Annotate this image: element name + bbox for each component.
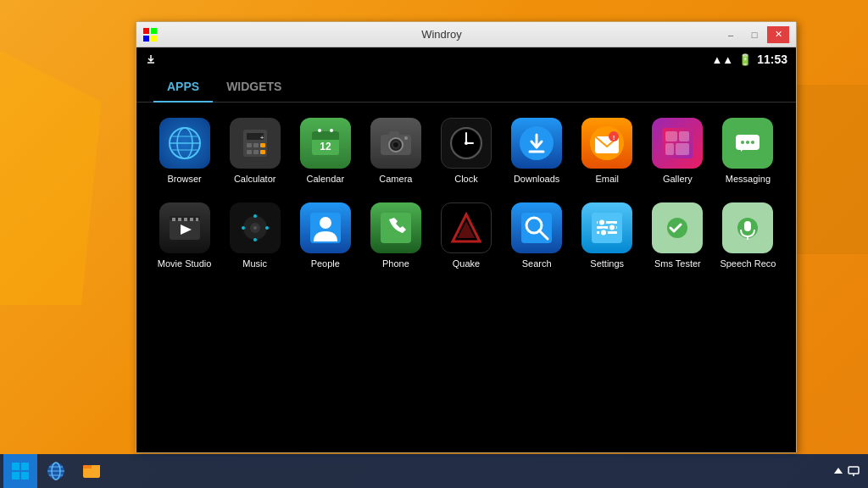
search-icon — [511, 202, 562, 253]
app-speech-reco[interactable]: Speech Reco — [713, 196, 783, 276]
svg-point-67 — [253, 238, 257, 241]
app-email[interactable]: ! Email — [572, 111, 643, 191]
calendar-icon: 12 — [300, 118, 351, 169]
app-quake[interactable]: Quake — [431, 196, 501, 276]
app-messaging[interactable]: Messaging — [713, 111, 783, 191]
start-button[interactable] — [3, 454, 37, 488]
svg-rect-0 — [143, 28, 149, 34]
minimize-button[interactable]: – — [720, 26, 742, 43]
svg-rect-92 — [21, 463, 29, 470]
app-calendar[interactable]: 12 Calendar — [290, 111, 360, 191]
apps-row-1: Browser + Calculator 12 Calendar — [149, 111, 783, 191]
messaging-icon — [722, 118, 773, 169]
svg-point-64 — [253, 226, 257, 230]
svg-rect-13 — [247, 143, 252, 147]
people-label: People — [311, 258, 340, 269]
status-right: ▲▲ 🔋 11:53 — [711, 53, 787, 66]
taskbar-tray — [827, 465, 865, 477]
svg-rect-56 — [178, 218, 181, 221]
app-browser[interactable]: Browser — [149, 111, 220, 191]
tray-display-icon — [848, 465, 860, 477]
quake-label: Quake — [453, 258, 480, 269]
phone-icon — [370, 202, 421, 253]
search-label: Search — [522, 258, 552, 269]
app-gallery[interactable]: Gallery — [643, 111, 713, 191]
tab-widgets[interactable]: WIDGETS — [213, 71, 295, 102]
svg-point-28 — [393, 142, 398, 147]
app-settings[interactable]: Settings — [572, 196, 643, 276]
app-phone[interactable]: Phone — [360, 196, 431, 276]
status-time: 11:53 — [757, 53, 787, 66]
signal-icon: ▲▲ — [711, 53, 733, 66]
windows-taskbar — [0, 454, 868, 488]
svg-rect-2 — [143, 36, 149, 42]
window-title: Windroy — [164, 28, 720, 41]
svg-rect-57 — [184, 218, 187, 221]
taskbar-ie[interactable] — [39, 454, 73, 488]
app-camera[interactable]: Camera — [360, 111, 431, 191]
settings-label: Settings — [590, 258, 624, 269]
windroy-icon — [143, 28, 157, 42]
taskbar-file-explorer[interactable] — [75, 454, 108, 488]
email-label: Email — [595, 174, 619, 185]
settings-icon — [581, 202, 632, 253]
gallery-icon — [652, 118, 703, 169]
svg-rect-3 — [151, 36, 157, 42]
tab-bar: APPS WIDGETS — [136, 71, 796, 103]
sms-tester-label: Sms Tester — [654, 258, 701, 269]
close-button[interactable]: ✕ — [767, 26, 789, 43]
calculator-icon: + — [230, 118, 281, 169]
app-clock[interactable]: Clock — [431, 111, 501, 191]
app-movie-studio[interactable]: Movie Studio — [149, 196, 220, 276]
download-notification-icon — [145, 53, 157, 65]
svg-point-23 — [330, 129, 333, 132]
svg-rect-15 — [260, 143, 265, 147]
apps-grid: Browser + Calculator 12 Calendar — [136, 103, 796, 452]
quake-icon — [441, 202, 492, 253]
svg-rect-91 — [12, 463, 19, 470]
sms-tester-icon — [652, 202, 703, 253]
svg-rect-58 — [190, 218, 193, 221]
svg-rect-94 — [21, 472, 29, 480]
svg-point-52 — [751, 141, 754, 144]
camera-icon — [370, 118, 421, 169]
svg-rect-46 — [665, 143, 674, 155]
apps-row-2: Movie Studio Music People — [149, 196, 783, 276]
android-status-bar: ▲▲ 🔋 11:53 — [136, 47, 796, 71]
app-calculator[interactable]: + Calculator — [220, 111, 290, 191]
browser-icon — [159, 118, 210, 169]
status-left — [145, 53, 157, 65]
svg-rect-1 — [151, 28, 157, 34]
downloads-icon — [511, 118, 562, 169]
app-people[interactable]: People — [290, 196, 360, 276]
email-icon: ! — [581, 118, 632, 169]
svg-rect-17 — [253, 150, 259, 154]
svg-point-82 — [609, 225, 615, 231]
svg-text:+: + — [259, 134, 264, 141]
svg-rect-89 — [744, 221, 751, 231]
gallery-label: Gallery — [663, 174, 693, 185]
downloads-label: Downloads — [514, 174, 559, 185]
svg-rect-55 — [172, 218, 175, 221]
svg-rect-101 — [83, 465, 92, 469]
svg-rect-59 — [196, 218, 198, 221]
battery-icon: 🔋 — [738, 53, 752, 66]
svg-rect-29 — [389, 131, 399, 136]
people-icon — [300, 202, 351, 253]
calculator-label: Calculator — [234, 174, 276, 185]
app-search[interactable]: Search — [502, 196, 572, 276]
movie-studio-icon — [159, 202, 210, 253]
svg-point-35 — [465, 141, 468, 145]
app-music[interactable]: Music — [220, 196, 290, 276]
restore-button[interactable]: □ — [743, 26, 765, 43]
title-bar: Windroy – □ ✕ — [136, 22, 796, 47]
app-downloads[interactable]: Downloads — [502, 111, 572, 191]
app-sms-tester[interactable]: Sms Tester — [643, 196, 713, 276]
svg-point-65 — [253, 214, 257, 218]
speech-reco-label: Speech Reco — [720, 258, 776, 269]
clock-icon — [441, 118, 492, 169]
tab-apps[interactable]: APPS — [153, 71, 213, 102]
svg-rect-18 — [260, 150, 265, 154]
svg-rect-21 — [312, 136, 339, 140]
browser-label: Browser — [167, 174, 201, 185]
